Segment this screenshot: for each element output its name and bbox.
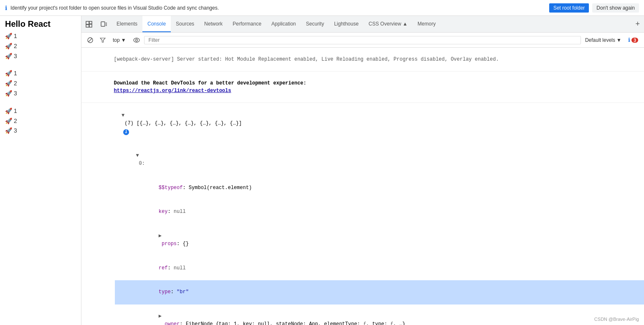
app-preview-panel: Hello React 🚀 1 🚀 2 🚀 3 🚀 1 🚀 2 🚀 3 🚀 1 … <box>0 16 81 325</box>
svg-rect-4 <box>101 22 105 26</box>
tab-sources[interactable]: Sources <box>171 16 199 32</box>
console-toolbar: top ▼ Default levels ▼ ℹ 3 <box>81 33 644 48</box>
filter-wrap <box>144 36 581 44</box>
tab-security[interactable]: Security <box>301 16 329 32</box>
prop-props: ▶ props: {} <box>115 224 644 256</box>
context-dropdown-icon: ▼ <box>121 37 126 43</box>
tab-lighthouse[interactable]: Lighthouse <box>329 16 364 32</box>
prop-ref: ref: null <box>115 256 644 281</box>
svg-rect-1 <box>86 25 89 27</box>
svg-point-12 <box>135 39 137 41</box>
app-item: 🚀 2 <box>5 116 76 126</box>
clear-console-button[interactable] <box>85 36 96 45</box>
app-item: 🚀 3 <box>5 89 76 99</box>
download-devtools-line: Download the React DevTools for a better… <box>81 72 644 103</box>
error-count-badge: 3 <box>631 38 638 43</box>
svg-rect-0 <box>86 21 89 24</box>
svg-marker-10 <box>100 38 105 42</box>
svg-point-11 <box>134 38 139 42</box>
svg-rect-2 <box>89 21 92 24</box>
app-item: 🚀 3 <box>5 126 76 136</box>
devtools-link[interactable]: https://reactjs.org/link/react-devtools <box>114 88 231 94</box>
errors-badge-button[interactable]: ℹ 3 <box>626 36 641 44</box>
devtools-panel: Elements Console Sources Network Perform… <box>81 16 644 325</box>
tree-root-line: ▼ (7) [{…}, {…}, {…}, {…}, {…}, {…}, {…}… <box>90 104 644 144</box>
tab-network[interactable]: Network <box>199 16 228 32</box>
default-levels-button[interactable]: Default levels ▼ <box>583 36 624 44</box>
notification-message: Identify your project's root folder to o… <box>10 5 546 11</box>
app-title: Hello React <box>5 19 76 29</box>
prop-key: key: null <box>115 200 644 224</box>
svg-line-9 <box>89 38 92 42</box>
app-item: 🚀 1 <box>5 69 76 79</box>
tab-css-overview[interactable]: CSS Overview ▲ <box>364 16 413 32</box>
tab-application[interactable]: Application <box>266 16 301 32</box>
csdn-credit: CSDN @Brave-AirPig <box>594 317 639 322</box>
tab-elements[interactable]: Elements <box>112 16 142 32</box>
tab-memory[interactable]: Memory <box>413 16 441 32</box>
app-item: 🚀 3 <box>5 51 76 61</box>
filter-button[interactable] <box>97 36 108 45</box>
info-badge-icon: ℹ <box>628 37 630 43</box>
prop-type-highlight: type: "br" <box>115 280 644 305</box>
expand-item0-arrow[interactable]: ▼ <box>136 153 139 159</box>
tabs-bar: Elements Console Sources Network Perform… <box>81 16 644 33</box>
prop-owner: ▶ _owner: FiberNode {tag: 1, key: null, … <box>115 305 644 325</box>
tab-performance[interactable]: Performance <box>228 16 266 32</box>
item-0-container: ▼ 0: $$typeof: Symbol(react.element) key… <box>90 144 644 325</box>
expand-props-arrow[interactable]: ▶ <box>159 233 162 239</box>
console-output[interactable]: [webpack-dev-server] Server started: Hot… <box>81 48 644 325</box>
add-tab-button[interactable]: + <box>631 16 644 32</box>
app-item: 🚀 2 <box>5 41 76 51</box>
eye-icon-button[interactable] <box>131 36 142 44</box>
prop-typeof: $$typeof: Symbol(react.element) <box>115 176 644 200</box>
app-item: 🚀 1 <box>5 31 76 41</box>
inspect-icon-button[interactable] <box>81 16 96 32</box>
info-icon: ℹ <box>5 5 7 11</box>
tab-console[interactable]: Console <box>142 16 171 32</box>
server-message-line: [webpack-dev-server] Server started: Hot… <box>81 48 644 72</box>
levels-chevron-icon: ▼ <box>616 37 621 43</box>
item-0-props: $$typeof: Symbol(react.element) key: nul… <box>98 176 644 325</box>
device-toggle-button[interactable] <box>96 16 112 32</box>
dont-show-again-button[interactable]: Don't show again <box>592 3 639 13</box>
filter-input[interactable] <box>146 36 579 44</box>
main-layout: Hello React 🚀 1 🚀 2 🚀 3 🚀 1 🚀 2 🚀 3 🚀 1 … <box>0 16 644 325</box>
console-tree-root: ▼ (7) [{…}, {…}, {…}, {…}, {…}, {…}, {…}… <box>81 103 644 325</box>
expand-root-arrow[interactable]: ▼ <box>122 113 124 118</box>
expand-owner-arrow[interactable]: ▶ <box>159 313 162 319</box>
app-item: 🚀 1 <box>5 106 76 116</box>
app-item: 🚀 2 <box>5 79 76 89</box>
array-info-icon: i <box>123 129 129 135</box>
context-selector[interactable]: top ▼ <box>110 36 129 44</box>
svg-rect-3 <box>89 24 92 27</box>
item-0-header: ▼ 0: <box>98 144 644 176</box>
notification-bar: ℹ Identify your project's root folder to… <box>0 0 644 16</box>
set-root-folder-button[interactable]: Set root folder <box>549 3 589 13</box>
context-value: top <box>113 37 120 43</box>
